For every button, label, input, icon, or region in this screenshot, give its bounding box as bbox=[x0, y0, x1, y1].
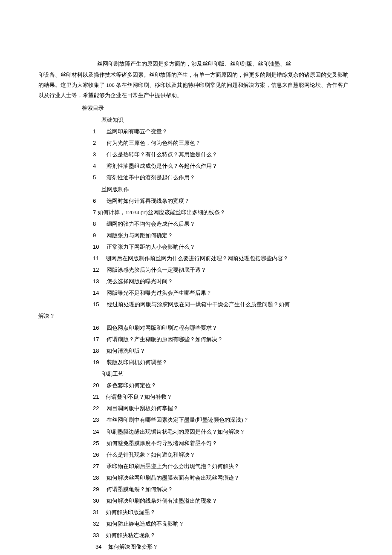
item-text: 何谓糊版？产生糊版的原因有哪些？如何解决？ bbox=[107, 334, 354, 345]
item-number: 2 bbox=[93, 138, 101, 148]
toc-item: 34 如何解决图像变形？ bbox=[95, 542, 354, 552]
toc-item: 33 如何解决粘连现象？ bbox=[93, 530, 354, 541]
toc-item: 5 溶剂性油墨中的溶剂是起什么作用？ bbox=[93, 173, 354, 183]
toc-item: 15 经过前处理的网版与涂胶网版在同一烘箱中干燥会产生什么质量问题？如何 bbox=[93, 299, 354, 310]
item-text: 印刷墨膜边缘出现锯齿状毛刺的原因是什么？如何解决？ bbox=[107, 427, 354, 437]
item-text: 如何计算，12034 (T)丝网应该能丝印出多细的线条？ bbox=[98, 209, 225, 216]
intro-first-line: 丝网印刷故障产生的原因是多方面的，涉及丝印印版、丝印刮版、丝印油墨、丝 bbox=[97, 59, 354, 69]
item-text: 承印物在印刷后墨迹上为什么会出现气泡？如何解决？ bbox=[107, 461, 354, 472]
toc-item: 13 怎么选择网版的曝光时间？ bbox=[93, 276, 354, 287]
toc-item: 6 选网时如何计算再现线条的宽度？ bbox=[93, 196, 354, 206]
item-text: 四色网点印刷对网版和印刷过程有哪些要求？ bbox=[107, 323, 354, 333]
item-text: 多色套印如何定位？ bbox=[107, 380, 354, 391]
section-plate: 丝网版制作 bbox=[101, 184, 354, 195]
toc-item: 31 如何解决印版漏墨？ bbox=[93, 507, 354, 518]
toc-item: 9 网版张力与网距如何确定？ bbox=[93, 230, 354, 241]
toc-item: 20 多色套印如何定位？ bbox=[93, 380, 354, 391]
item-number: 4 bbox=[93, 161, 101, 171]
toc-item: 24 印刷墨膜边缘出现锯齿状毛刺的原因是什么？如何解决？ bbox=[93, 427, 354, 437]
intro-rest: 印设备、丝印材料以及操作技术等诸多因素。丝印故障的产生，有单一方面原因的，但更多… bbox=[38, 70, 354, 101]
item-text: 网目调网版中刮板如何掌握？ bbox=[107, 403, 354, 414]
item-number: 21 bbox=[93, 394, 99, 400]
item-number: 16 bbox=[93, 323, 101, 333]
item-text: 丝网印刷有哪五个变量？ bbox=[107, 127, 354, 137]
item-number: 34 bbox=[95, 543, 101, 550]
item-text: 经过前处理的网版与涂胶网版在同一烘箱中干燥会产生什么质量问题？如何 bbox=[107, 301, 290, 308]
toc-item: 18 如何清洗印版？ bbox=[93, 346, 354, 356]
toc-item: 7如何计算，12034 (T)丝网应该能丝印出多细的线条？ bbox=[93, 207, 354, 218]
item-number: 26 bbox=[93, 450, 101, 460]
item-number: 33 bbox=[93, 532, 99, 538]
item-text: 绷网后在网版制作前丝网为什么要进行网前处理？网前处理包括哪些内容？ bbox=[106, 255, 288, 262]
item-number: 25 bbox=[93, 438, 101, 449]
toc-item: 10 正常张力下网距的大小会影响什么？ bbox=[93, 242, 354, 252]
item-text: 怎么选择网版的曝光时间？ bbox=[107, 276, 354, 287]
item-text: 网版曝光不足和曝光过头会产生哪些后果？ bbox=[107, 288, 354, 298]
item-text: 正常张力下网距的大小会影响什么？ bbox=[107, 242, 354, 252]
item-number: 3 bbox=[93, 150, 101, 160]
item-number: 10 bbox=[93, 242, 101, 252]
item-number: 6 bbox=[93, 196, 101, 206]
item-text: 如何解决丝网印刷品的墨膜表面有时会出现丝网痕迹？ bbox=[107, 473, 354, 483]
item-text: 何谓叠印不良？如何补救？ bbox=[106, 394, 172, 400]
item-text: 何为光的三原色，何为色料的三原色？ bbox=[107, 138, 354, 148]
item-text: 什么是热转印？有什么特点？其用途是什么？ bbox=[107, 150, 354, 160]
item-text: 什么是针孔现象？如何避免和解决？ bbox=[107, 450, 354, 460]
item-number: 12 bbox=[93, 265, 101, 275]
item-text: 溶剂性油墨组成成份是什么？各起什么作用？ bbox=[107, 161, 354, 171]
item-number: 20 bbox=[93, 380, 101, 391]
item-number: 7 bbox=[93, 209, 96, 216]
toc-item: 3 什么是热转印？有什么特点？其用途是什么？ bbox=[93, 150, 354, 160]
item-text: 网版张力与网距如何确定？ bbox=[107, 230, 354, 241]
section-process: 印刷工艺 bbox=[101, 369, 354, 379]
toc-item: 28 如何解决丝网印刷品的墨膜表面有时会出现丝网痕迹？ bbox=[93, 473, 354, 483]
section-basics: 基础知识 bbox=[101, 115, 354, 125]
item-number: 13 bbox=[93, 276, 101, 287]
toc-title: 检索目录 bbox=[82, 103, 354, 113]
item-number: 8 bbox=[93, 219, 101, 229]
toc-item: 16 四色网点印刷对网版和印刷过程有哪些要求？ bbox=[93, 323, 354, 333]
item-text: 选网时如何计算再现线条的宽度？ bbox=[107, 196, 354, 206]
item-text: 如何解决粘连现象？ bbox=[106, 532, 156, 538]
toc-item: 32 如何防止静电造成的不良影响？ bbox=[93, 519, 354, 529]
toc-item: 23 在丝网印刷中有哪些因素决定下墨量(即墨迹颜色的深浅)？ bbox=[93, 415, 354, 425]
toc-item: 17 何谓糊版？产生糊版的原因有哪些？如何解决？ bbox=[93, 334, 354, 345]
item-number: 1 bbox=[93, 127, 101, 137]
item-text: 如何解决印刷的线条外侧有油墨溢出的现象？ bbox=[107, 496, 354, 506]
toc-item: 27 承印物在印刷后墨迹上为什么会出现气泡？如何解决？ bbox=[93, 461, 354, 472]
item-number: 30 bbox=[93, 496, 101, 506]
toc-item: 19 装版及印刷机如何调整？ bbox=[93, 357, 354, 368]
item-number: 32 bbox=[93, 519, 101, 529]
toc-item: 29 何谓墨膜龟裂？如何解决？ bbox=[93, 484, 354, 495]
toc-item: 4 溶剂性油墨组成成份是什么？各起什么作用？ bbox=[93, 161, 354, 171]
toc-item: 1 丝网印刷有哪五个变量？ bbox=[93, 127, 354, 137]
item-number: 29 bbox=[93, 484, 101, 495]
item-text: 何谓墨膜龟裂？如何解决？ bbox=[107, 484, 354, 495]
item-number: 11 bbox=[93, 255, 99, 262]
item-number: 31 bbox=[93, 509, 99, 515]
item-number: 9 bbox=[93, 230, 101, 241]
item-number: 14 bbox=[93, 288, 101, 298]
toc-item: 25 如何避免墨膜厚度不匀导致堵网和着墨不匀？ bbox=[93, 438, 354, 449]
item-text: 溶剂性油墨中的溶剂是起什么作用？ bbox=[107, 173, 354, 183]
item-text: 如何清洗印版？ bbox=[107, 346, 354, 356]
toc-item: 8 绷网的张力不均匀会造成什么后果？ bbox=[93, 219, 354, 229]
item-text: 网版涂感光胶后为什么一定要彻底干透？ bbox=[107, 265, 354, 275]
item-number: 18 bbox=[93, 346, 101, 356]
item-text: 装版及印刷机如何调整？ bbox=[107, 357, 354, 368]
item-text: 如何防止静电造成的不良影响？ bbox=[107, 519, 354, 529]
toc-item: 11 绷网后在网版制作前丝网为什么要进行网前处理？网前处理包括哪些内容？ bbox=[93, 253, 354, 264]
item-text: 绷网的张力不均匀会造成什么后果？ bbox=[107, 219, 354, 229]
toc-item: 26 什么是针孔现象？如何避免和解决？ bbox=[93, 450, 354, 460]
item-number: 19 bbox=[93, 357, 101, 368]
item-number: 22 bbox=[93, 403, 101, 414]
item-number: 5 bbox=[93, 173, 101, 183]
toc-item: 2 何为光的三原色，何为色料的三原色？ bbox=[93, 138, 354, 148]
item-text: 在丝网印刷中有哪些因素决定下墨量(即墨迹颜色的深浅)？ bbox=[107, 415, 354, 425]
item-number: 15 bbox=[93, 301, 99, 308]
item-text: 如何避免墨膜厚度不匀导致堵网和着墨不匀？ bbox=[107, 438, 354, 449]
toc-item: 21 何谓叠印不良？如何补救？ bbox=[93, 392, 354, 402]
toc-item: 12 网版涂感光胶后为什么一定要彻底干透？ bbox=[93, 265, 354, 275]
item-number: 23 bbox=[93, 415, 101, 425]
toc-item: 30 如何解决印刷的线条外侧有油墨溢出的现象？ bbox=[93, 496, 354, 506]
